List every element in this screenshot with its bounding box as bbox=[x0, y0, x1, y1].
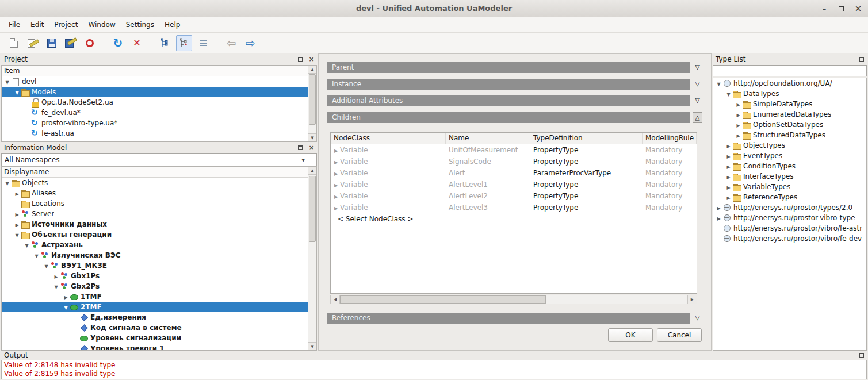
type-tree-item[interactable]: EnumeratedDataTypes bbox=[713, 109, 866, 120]
section-children[interactable]: Children bbox=[327, 112, 690, 123]
section-instance[interactable]: Instance bbox=[327, 79, 690, 90]
column-header-modellingrule[interactable]: ModellingRule bbox=[643, 133, 697, 144]
project-tree-item[interactable]: prostor-vibro-type.ua* bbox=[2, 118, 308, 128]
menu-item[interactable]: Edit bbox=[25, 18, 49, 31]
expander-icon[interactable] bbox=[332, 169, 340, 177]
type-tree-item[interactable]: DataTypes bbox=[713, 89, 866, 99]
collapse-parent-icon[interactable] bbox=[693, 62, 702, 73]
children-table-hscrollbar[interactable] bbox=[330, 295, 697, 304]
scroll-left-icon[interactable] bbox=[331, 295, 340, 304]
expander-icon[interactable] bbox=[715, 204, 722, 212]
type-tree-item[interactable]: http://enersys.ru/prostor/vibro/fe-astr bbox=[713, 223, 866, 233]
float-panel-button[interactable] bbox=[296, 55, 304, 64]
float-panel-button[interactable] bbox=[296, 144, 304, 152]
expander-icon[interactable] bbox=[725, 172, 732, 181]
menu-item[interactable]: Help bbox=[159, 18, 185, 31]
project-scrollbar[interactable] bbox=[308, 66, 316, 141]
expander-icon[interactable] bbox=[715, 214, 722, 222]
namespace-filter-dropdown[interactable]: All Namesapces bbox=[1, 153, 317, 166]
float-panel-button[interactable] bbox=[857, 55, 866, 64]
expander-icon[interactable] bbox=[62, 303, 70, 311]
list-view-button[interactable] bbox=[195, 35, 211, 51]
menu-item[interactable]: Settings bbox=[121, 18, 159, 31]
scrollbar-thumb[interactable] bbox=[309, 176, 316, 242]
type-tree-item[interactable]: OptionSetDataTypes bbox=[713, 120, 866, 130]
scroll-down-icon[interactable] bbox=[308, 133, 316, 141]
project-tree-item[interactable]: fe_devl.ua* bbox=[2, 108, 308, 118]
expander-icon[interactable] bbox=[52, 282, 60, 290]
section-parent[interactable]: Parent bbox=[327, 62, 690, 73]
expander-icon[interactable] bbox=[332, 158, 340, 166]
type-tree-item[interactable]: EventTypes bbox=[713, 151, 866, 161]
type-tree-item[interactable]: ConditionTypes bbox=[713, 161, 866, 171]
model-tree-item[interactable]: Источники данных bbox=[2, 219, 308, 229]
expander-icon[interactable] bbox=[725, 183, 732, 191]
type-view-button[interactable] bbox=[176, 35, 192, 51]
project-tree-item[interactable]: Opc.Ua.NodeSet2.ua bbox=[2, 97, 308, 108]
float-panel-button[interactable] bbox=[857, 351, 866, 360]
expander-icon[interactable] bbox=[332, 192, 340, 200]
scroll-down-icon[interactable] bbox=[308, 342, 316, 350]
column-header-name[interactable]: Name bbox=[446, 133, 530, 144]
type-tree-item[interactable]: http://opcfoundation.org/UA/ bbox=[713, 78, 866, 89]
expander-icon[interactable] bbox=[13, 88, 21, 96]
children-table-row[interactable]: Variable UnitOfMeasurement PropertyType … bbox=[331, 144, 697, 156]
expander-icon[interactable] bbox=[3, 78, 11, 86]
scroll-up-icon[interactable] bbox=[308, 66, 316, 74]
collapse-references-icon[interactable] bbox=[693, 313, 702, 324]
project-tree-item[interactable]: fe-astr.ua bbox=[2, 128, 308, 139]
children-table-row[interactable]: Variable AlertLevel3 PropertyType Mandat… bbox=[331, 202, 697, 213]
model-tree-item[interactable]: Уровень сигнализации bbox=[2, 333, 308, 343]
expander-icon[interactable] bbox=[735, 100, 742, 108]
expander-icon[interactable] bbox=[725, 162, 732, 170]
expander-icon[interactable] bbox=[13, 210, 21, 218]
close-panel-button[interactable] bbox=[307, 144, 316, 152]
save-as-button[interactable] bbox=[63, 35, 79, 51]
type-tree-item[interactable]: ReferenceTypes bbox=[713, 192, 866, 202]
menu-item[interactable]: Project bbox=[49, 18, 83, 31]
expander-icon[interactable] bbox=[43, 262, 50, 270]
displayname-column-header[interactable]: Displayname bbox=[2, 167, 308, 178]
close-button[interactable] bbox=[854, 5, 862, 13]
collapse-additional-attributes-icon[interactable] bbox=[693, 95, 702, 106]
model-tree-item[interactable]: Объекты генерации bbox=[2, 229, 308, 240]
close-panel-button[interactable] bbox=[307, 55, 316, 64]
model-tree-item[interactable]: Ед.измерения bbox=[2, 312, 308, 323]
type-tree-item[interactable]: InterfaceTypes bbox=[713, 171, 866, 182]
type-tree-item[interactable]: http://enersys.ru/prostor-vibro-type bbox=[713, 213, 866, 223]
open-button[interactable] bbox=[25, 35, 41, 51]
model-tree-item[interactable]: Objects bbox=[2, 178, 308, 188]
expander-icon[interactable] bbox=[13, 220, 21, 228]
children-table-row[interactable]: Variable AlertLevel1 PropertyType Mandat… bbox=[331, 179, 697, 190]
new-document-button[interactable] bbox=[6, 35, 22, 51]
section-references[interactable]: References bbox=[327, 313, 690, 324]
expander-icon[interactable] bbox=[332, 181, 340, 189]
expander-icon[interactable] bbox=[33, 251, 40, 259]
minimize-button[interactable] bbox=[820, 5, 828, 13]
expander-icon[interactable] bbox=[52, 272, 60, 280]
model-tree-item[interactable]: Код сигнала в системе bbox=[2, 323, 308, 333]
expander-icon[interactable] bbox=[735, 121, 742, 129]
collapse-children-icon[interactable] bbox=[693, 112, 702, 123]
type-tree-item[interactable]: StructuredDataTypes bbox=[713, 130, 866, 140]
type-tree-item[interactable]: VariableTypes bbox=[713, 182, 866, 192]
scroll-right-icon[interactable] bbox=[687, 295, 697, 304]
model-tree-item[interactable]: Излучинская ВЭС bbox=[2, 250, 308, 260]
section-additional-attributes[interactable]: Additional Attributes bbox=[327, 95, 690, 106]
expander-icon[interactable] bbox=[62, 293, 70, 301]
model-view-button[interactable] bbox=[157, 35, 173, 51]
expander-icon[interactable] bbox=[13, 231, 21, 239]
model-tree-item[interactable]: Уровень тревоги 1 bbox=[2, 343, 308, 350]
cancel-button[interactable]: Cancel bbox=[657, 328, 702, 342]
model-tree-item[interactable]: ВЭУ1_МКЗЕ bbox=[2, 260, 308, 271]
back-button[interactable] bbox=[223, 35, 239, 51]
type-tree-item[interactable]: ObjectTypes bbox=[713, 140, 866, 151]
model-tree-item[interactable]: Gbx1Ps bbox=[2, 271, 308, 281]
menu-item[interactable]: Window bbox=[83, 18, 120, 31]
expander-icon[interactable] bbox=[725, 152, 732, 160]
children-table-row[interactable]: Variable Alert ParameterProcVarType Mand… bbox=[331, 167, 697, 179]
column-header-typedefinition[interactable]: TypeDefinition bbox=[530, 133, 643, 144]
model-tree-item[interactable]: 1TMF bbox=[2, 291, 308, 302]
information-model-scrollbar[interactable] bbox=[308, 167, 316, 350]
column-header-nodeclass[interactable]: NodeClass bbox=[331, 133, 446, 144]
